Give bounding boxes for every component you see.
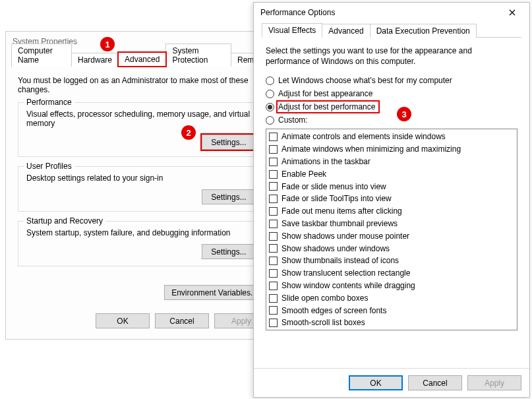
check-label: Fade out menu items after clicking — [281, 206, 402, 217]
performance-settings-button[interactable]: Settings... — [202, 135, 256, 150]
user-profiles-desc: Desktop settings related to your sign-in — [26, 173, 256, 183]
performance-options-buttons: OK Cancel Apply — [254, 368, 529, 397]
startup-legend: Startup and Recovery — [24, 216, 105, 226]
startup-desc: System startup, system failure, and debu… — [26, 228, 256, 237]
radio-custom[interactable]: Custom: — [266, 115, 517, 125]
radio-label: Adjust for best performance — [278, 102, 378, 111]
tab-advanced[interactable]: Advanced — [118, 52, 166, 67]
check-label: Show translucent selection rectangle — [281, 268, 410, 279]
user-profiles-settings-button[interactable]: Settings... — [202, 189, 256, 204]
check-label: Smooth edges of screen fonts — [281, 305, 386, 317]
checkbox-icon — [269, 170, 278, 179]
check-item[interactable]: Show shadows under mouse pointer — [269, 230, 514, 243]
check-item[interactable]: Fade out menu items after clicking — [269, 205, 514, 218]
system-properties-content: You must be logged on as an Administrato… — [6, 67, 276, 285]
performance-desc: Visual effects, processor scheduling, me… — [26, 109, 256, 128]
check-item[interactable]: Show thumbnails instead of icons — [269, 255, 514, 267]
check-label: Show window contents while dragging — [281, 280, 415, 292]
check-label: Enable Peek — [281, 169, 326, 180]
check-label: Smooth-scroll list boxes — [281, 317, 365, 328]
admin-notice: You must be logged on as an Administrato… — [18, 76, 264, 94]
radio-best-appearance[interactable]: Adjust for best appearance — [266, 89, 517, 98]
perf-intro-text: Select the settings you want to use for … — [266, 46, 517, 67]
checkbox-icon — [269, 269, 278, 278]
tab-perf-advanced[interactable]: Advanced — [322, 24, 370, 38]
po-ok-button[interactable]: OK — [349, 375, 403, 390]
startup-group: Startup and Recovery System startup, sys… — [18, 221, 264, 266]
po-apply-button[interactable]: Apply — [467, 375, 521, 390]
checkbox-icon — [269, 145, 278, 154]
check-item[interactable]: Smooth edges of screen fonts — [269, 305, 514, 317]
tab-dep[interactable]: Data Execution Prevention — [370, 24, 477, 38]
po-cancel-button[interactable]: Cancel — [408, 375, 462, 390]
checkbox-icon — [269, 282, 278, 290]
check-item[interactable]: Show shadows under windows — [269, 243, 514, 255]
radio-icon — [266, 77, 274, 85]
checkbox-icon — [269, 220, 278, 228]
check-item[interactable]: Show window contents while dragging — [269, 280, 514, 292]
check-label: Show shadows under windows — [281, 243, 390, 255]
close-icon[interactable] — [499, 3, 525, 22]
check-item[interactable]: Fade or slide ToolTips into view — [269, 193, 514, 205]
checkbox-icon — [269, 182, 278, 191]
performance-legend: Performance — [24, 98, 74, 107]
check-item[interactable]: Animations in the taskbar — [269, 156, 514, 168]
tab-computer-name[interactable]: Computer Name — [11, 44, 72, 67]
check-item[interactable]: Use drop shadows for icon labels on the … — [269, 329, 514, 330]
checkbox-icon — [269, 133, 278, 141]
check-label: Use drop shadows for icon labels on the … — [281, 330, 452, 330]
sp-ok-button[interactable]: OK — [96, 313, 150, 328]
tab-system-protection[interactable]: System Protection — [165, 44, 231, 67]
checkbox-icon — [269, 195, 278, 203]
check-label: Fade or slide menus into view — [281, 181, 386, 193]
tab-hardware[interactable]: Hardware — [71, 53, 119, 67]
check-label: Slide open combo boxes — [281, 293, 368, 304]
performance-group: Performance Visual effects, processor sc… — [18, 102, 264, 157]
performance-options-titlebar: Performance Options — [254, 3, 529, 22]
checkbox-icon — [269, 294, 278, 303]
checkbox-icon — [269, 306, 278, 315]
startup-settings-button[interactable]: Settings... — [202, 244, 256, 259]
check-item[interactable]: Slide open combo boxes — [269, 292, 514, 305]
system-properties-buttons: OK Cancel Apply — [6, 307, 276, 335]
performance-options-window: Performance Options Visual Effects Advan… — [253, 2, 530, 398]
radio-let-windows-choose[interactable]: Let Windows choose what's best for my co… — [266, 76, 517, 85]
tab-visual-effects[interactable]: Visual Effects — [262, 23, 322, 38]
check-label: Animate controls and elements inside win… — [281, 131, 446, 142]
check-item[interactable]: Smooth-scroll list boxes — [269, 317, 514, 329]
radio-icon — [266, 90, 274, 98]
callout-3: 3 — [397, 107, 411, 121]
user-profiles-legend: User Profiles — [24, 162, 74, 171]
environment-variables-button[interactable]: Environment Variables... — [164, 285, 264, 300]
check-item[interactable]: Show translucent selection rectangle — [269, 267, 514, 280]
checkbox-icon — [269, 158, 278, 166]
performance-options-title: Performance Options — [260, 8, 335, 17]
check-item[interactable]: Fade or slide menus into view — [269, 181, 514, 193]
performance-options-content: Select the settings you want to use for … — [254, 38, 529, 338]
effects-checklist[interactable]: Animate controls and elements inside win… — [266, 129, 517, 330]
system-properties-tabs: Computer Name Hardware Advanced System P… — [11, 51, 271, 67]
system-properties-window: System Properties Computer Name Hardware… — [5, 31, 277, 340]
user-profiles-group: User Profiles Desktop settings related t… — [18, 166, 264, 212]
check-label: Save taskbar thumbnail previews — [281, 218, 398, 230]
check-label: Show shadows under mouse pointer — [281, 231, 409, 242]
check-item[interactable]: Enable Peek — [269, 168, 514, 181]
checkbox-icon — [269, 244, 278, 253]
callout-1: 1 — [100, 37, 115, 51]
radio-icon — [266, 116, 274, 125]
radio-best-performance[interactable]: Adjust for best performance — [266, 102, 517, 111]
check-item[interactable]: Animate controls and elements inside win… — [269, 131, 514, 143]
checkbox-icon — [269, 257, 278, 265]
check-label: Animations in the taskbar — [281, 156, 370, 168]
check-item[interactable]: Animate windows when minimizing and maxi… — [269, 143, 514, 156]
checkbox-icon — [269, 207, 278, 216]
checkbox-icon — [269, 232, 278, 241]
check-label: Show thumbnails instead of icons — [281, 255, 399, 266]
check-label: Fade or slide ToolTips into view — [281, 193, 392, 204]
checkbox-icon — [269, 319, 278, 327]
radio-label: Custom: — [278, 115, 308, 125]
check-item[interactable]: Save taskbar thumbnail previews — [269, 218, 514, 230]
sp-cancel-button[interactable]: Cancel — [155, 313, 209, 328]
check-label: Animate windows when minimizing and maxi… — [281, 144, 461, 155]
radio-label: Adjust for best appearance — [278, 89, 372, 98]
